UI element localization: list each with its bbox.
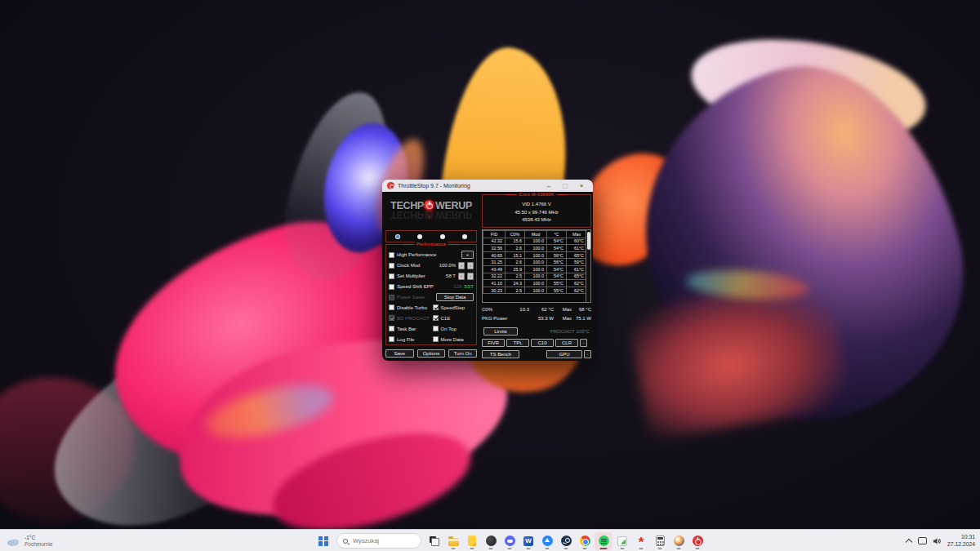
search-box[interactable] (336, 533, 421, 549)
clock-mod-checkbox[interactable] (389, 263, 394, 269)
table-cell: 31.25 (483, 259, 506, 266)
taskbar-icon-calculator[interactable] (651, 532, 669, 550)
row-speed-shift: Speed Shift EPP 128 SST (386, 282, 476, 292)
task-bar-label: Task Bar (397, 327, 416, 331)
add-profile-button[interactable]: + (461, 251, 474, 259)
profile-radio-3[interactable] (440, 234, 445, 239)
set-multiplier-value: 58 T (446, 273, 456, 278)
table-cell: 56°C (547, 251, 567, 259)
gpu-button[interactable]: GPU (546, 350, 582, 358)
drive-icon (542, 535, 553, 546)
expand-button-1[interactable]: · (580, 339, 587, 347)
more-data-checkbox[interactable] (433, 336, 439, 342)
disable-turbo-checkbox[interactable] (389, 304, 394, 310)
taskbar-icon-editor[interactable] (613, 532, 631, 550)
table-header-row: FID C0% Mod °C Max (483, 231, 587, 238)
table-cell: 100.0 (525, 273, 547, 280)
multiplier-up-button[interactable]: › (467, 273, 474, 280)
table-scrollbar[interactable] (586, 230, 590, 302)
table-cell: 32.22 (483, 273, 506, 280)
running-indicator (583, 548, 587, 549)
taskbar-icon-dark-circle[interactable] (482, 532, 500, 550)
tuning-buttons-row: FIVR TPL C10 CLR · (482, 339, 591, 347)
task-bar-checkbox[interactable] (389, 326, 394, 331)
table-cell: 54°C (547, 238, 567, 245)
running-indicator (658, 548, 662, 549)
clock[interactable]: 10:31 27.12.2024 (947, 534, 975, 548)
table-cell: 2.5 (506, 273, 525, 280)
taskbar-icon-file-explorer[interactable] (444, 532, 462, 550)
table-row: 30.232.5100.055°C62°C (483, 287, 587, 294)
expand-button-2[interactable]: · (584, 350, 591, 358)
weather-widget[interactable]: -1°C Pochmurnie (7, 531, 53, 550)
performance-title: Performance (386, 242, 476, 247)
high-performance-checkbox[interactable] (389, 252, 394, 258)
profile-radio-4[interactable] (462, 234, 467, 239)
device-icon[interactable] (918, 537, 927, 544)
table-cell: 24.3 (506, 280, 525, 287)
profile-radio-2[interactable] (417, 234, 422, 239)
taskbar-icon-spotify[interactable] (595, 532, 612, 550)
fivr-button[interactable]: FIVR (482, 339, 505, 347)
taskbar-icon-drive[interactable] (538, 532, 556, 550)
row-turbo-speedstep: Disable Turbo SpeedStep (386, 302, 476, 313)
taskbar-icon-task-view[interactable] (425, 532, 443, 550)
taskbar-icon-gpu-z[interactable] (670, 532, 688, 550)
stop-data-button[interactable]: Stop Data (436, 293, 474, 301)
search-input[interactable] (351, 536, 410, 545)
tray-overflow-chevron-icon[interactable] (906, 540, 912, 545)
running-indicator (600, 548, 608, 549)
log-file-checkbox[interactable] (389, 336, 394, 342)
taskbar-icon-notes[interactable] (463, 532, 481, 550)
start-button[interactable] (314, 532, 332, 550)
on-top-checkbox[interactable] (433, 326, 439, 331)
table-cell: 54°C (547, 245, 567, 252)
cloud-icon (7, 536, 20, 546)
ts-bench-button[interactable]: TS Bench (482, 350, 519, 358)
taskbar-icon-word[interactable]: W (519, 532, 537, 550)
clock-mod-up-button[interactable]: › (467, 262, 474, 269)
c1e-checkbox[interactable] (433, 315, 439, 321)
scrollbar-thumb[interactable] (587, 232, 590, 250)
multiplier-down-button[interactable]: ‹ (458, 273, 465, 280)
bd-prochot-label: BD PROCHOT (397, 316, 430, 321)
running-indicator (546, 548, 550, 549)
taskbar-icon-chrome[interactable] (576, 532, 594, 550)
tray-date: 27.12.2024 (947, 541, 975, 549)
limits-row: Limits PROCHOT 100°C (482, 327, 591, 336)
taskbar-icon-discord[interactable] (501, 532, 519, 550)
taskbar-icon-red-star[interactable]: * (632, 532, 650, 550)
c10-button[interactable]: C10 (531, 339, 554, 347)
file-explorer-icon (448, 538, 459, 546)
save-button[interactable]: Save (385, 349, 414, 358)
prochot-status: PROCHOT 100°C (550, 329, 590, 334)
taskbar-icon-steam[interactable] (557, 532, 575, 550)
monitor-table-body: 42.3215.6100.054°C60°C32.562.6100.054°C6… (483, 238, 587, 294)
table-cell: 42.32 (483, 238, 506, 245)
speaker-icon[interactable] (933, 537, 942, 545)
limits-button[interactable]: Limits (483, 327, 518, 335)
taskbar-apps: W* (425, 532, 706, 550)
c0-status-row: C0% 10.3 62 °C Max 68 °C (482, 305, 591, 313)
minimize-button[interactable]: – (542, 180, 555, 192)
clock-mod-down-button[interactable]: ‹ (458, 262, 465, 269)
running-indicator (696, 548, 700, 549)
options-button[interactable]: Options (417, 349, 446, 358)
table-cell: 54°C (547, 273, 567, 280)
title-bar[interactable]: ThrottleStop 9.7 - Monitoring – ▢ × (382, 180, 593, 192)
set-multiplier-checkbox[interactable] (389, 273, 394, 279)
throttlestop-icon (693, 535, 703, 546)
close-button[interactable]: × (575, 180, 588, 192)
cpu-frequency: 4538.43 MHz (483, 216, 590, 224)
tpl-button[interactable]: TPL (506, 339, 529, 347)
speedstep-checkbox[interactable] (433, 304, 439, 310)
turn-on-button[interactable]: Turn On (448, 349, 477, 358)
running-indicator (639, 548, 644, 549)
profile-radio-1[interactable] (395, 234, 400, 239)
editor-icon (617, 536, 627, 546)
sst-badge: SST (464, 284, 474, 289)
speed-shift-checkbox[interactable] (389, 284, 394, 290)
tray-time: 10:31 (947, 534, 975, 541)
taskbar-icon-throttlestop[interactable] (688, 532, 706, 550)
clr-button[interactable]: CLR (555, 339, 578, 347)
